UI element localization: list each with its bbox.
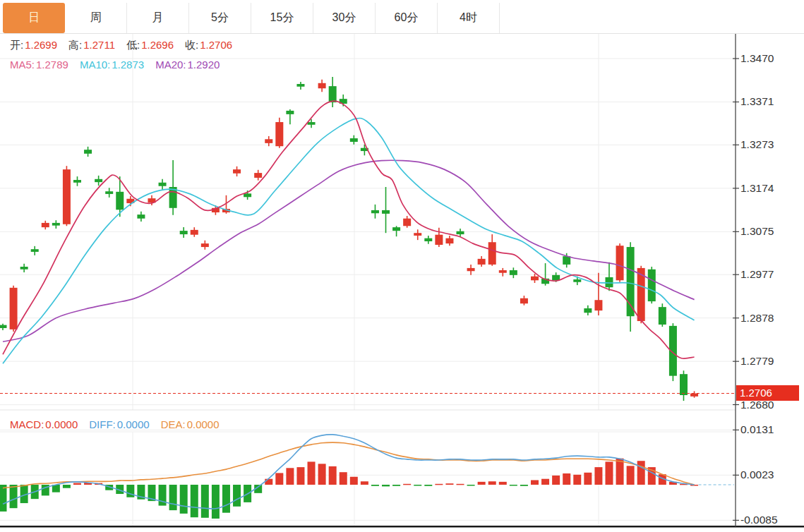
candle-body [63, 169, 71, 224]
candle-body [105, 191, 113, 194]
macd-histogram-bar [286, 468, 294, 485]
axis-tick-label: 1.2977 [740, 268, 774, 280]
candle-body [382, 210, 390, 214]
macd-histogram-bar [329, 466, 337, 485]
macd-histogram-bar [340, 472, 347, 485]
candle-body [73, 180, 81, 183]
candle-body [275, 122, 283, 146]
candle-body [605, 277, 613, 287]
macd-histogram-bar [371, 485, 379, 486]
candle-body [201, 243, 209, 247]
axis-tick-label: 1.3371 [740, 95, 774, 107]
axis-tick-label: 1.2878 [740, 312, 774, 324]
macd-histogram-bar [435, 484, 443, 485]
macd-histogram-bar [10, 485, 18, 508]
macd-histogram-bar [637, 461, 645, 485]
macd-histogram-bar [350, 477, 358, 485]
candle-body [510, 270, 517, 275]
macd-histogram-bar [222, 485, 230, 513]
candle-body [329, 86, 337, 102]
macd-histogram-bar [541, 479, 549, 485]
candle-body [52, 223, 60, 226]
timeframe-tab-2[interactable]: 周 [65, 3, 127, 33]
macd-histogram-bar [616, 459, 624, 485]
macd-histogram-bar [361, 481, 368, 485]
candle-body [10, 288, 18, 330]
candle-body [0, 325, 7, 328]
macd-histogram-bar [392, 485, 400, 486]
candle-body [392, 227, 400, 231]
candle-body [457, 231, 464, 234]
timeframe-tab-6[interactable]: 30分 [313, 3, 376, 33]
timeframe-tab-5[interactable]: 15分 [251, 3, 313, 33]
axis-tick-label: 1.3273 [740, 138, 774, 150]
timeframe-tab-1[interactable]: 日 [3, 3, 65, 33]
macd-histogram-bar [467, 485, 475, 486]
candle-body [116, 192, 124, 210]
macd-histogram-bar [510, 485, 517, 486]
macd-histogram-bar [0, 485, 7, 512]
candle-body [467, 268, 475, 271]
candle-body [520, 298, 528, 303]
macd-histogram-bar [499, 482, 507, 485]
macd-histogram-bar [445, 483, 453, 485]
macd-histogram-bar [457, 484, 464, 485]
candle-body [286, 111, 294, 114]
timeframe-tabbar: 日周月5分15分30分60分4时 [0, 0, 804, 34]
candle-body [254, 173, 262, 178]
axis-tick-label: 0.0023 [740, 468, 774, 480]
macd-histogram-bar [191, 485, 198, 517]
macd-histogram-bar [478, 482, 486, 485]
candle-body [531, 277, 539, 281]
candle-body [680, 374, 688, 395]
candle-body [435, 235, 443, 245]
macd-histogram-bar [584, 473, 592, 485]
macd-histogram-bar [573, 475, 581, 485]
diff-line [3, 435, 695, 509]
candle-body [414, 233, 421, 236]
macd-histogram-bar [594, 467, 602, 485]
macd-histogram-bar [424, 485, 432, 486]
timeframe-tab-3[interactable]: 月 [127, 3, 189, 33]
candle-body [488, 242, 496, 265]
macd-histogram-bar [563, 473, 570, 485]
macd-histogram-bar [318, 464, 326, 485]
axis-tick-label: 1.3075 [740, 225, 774, 237]
macd-histogram-bar [126, 485, 134, 497]
axis-tick-label: 1.3174 [740, 182, 774, 194]
macd-histogram-bar [265, 479, 272, 485]
candle-body [690, 394, 698, 397]
candle-body [499, 270, 507, 273]
macd-histogram-bar [605, 461, 613, 485]
candle-body [648, 270, 656, 301]
candle-body [424, 238, 432, 241]
trading-chart-app: 1.34701.33711.32731.31741.30751.29771.28… [0, 0, 804, 532]
macd-histogram-bar [308, 461, 316, 485]
candle-body [42, 223, 49, 227]
macd-histogram-bar [627, 466, 635, 485]
candle-body [296, 84, 304, 87]
candle-body [233, 169, 241, 174]
candle-body [350, 138, 358, 142]
macd-histogram-bar [233, 485, 241, 507]
macd-histogram-bar [63, 485, 71, 488]
timeframe-tab-4[interactable]: 5分 [189, 3, 251, 33]
ma10-line [3, 118, 695, 363]
macd-histogram-bar [73, 483, 81, 485]
axis-tick-label: 1.3470 [740, 52, 774, 64]
chart-canvas[interactable]: 1.34701.33711.32731.31741.30751.29771.28… [0, 0, 804, 532]
macd-histogram-bar [414, 485, 421, 486]
timeframe-tab-7[interactable]: 60分 [376, 3, 438, 33]
candle-body [616, 246, 624, 280]
candle-body [31, 249, 39, 252]
timeframe-tab-8[interactable]: 4时 [438, 3, 500, 33]
candle-body [84, 150, 92, 154]
axis-tick-label: -0.0085 [740, 514, 778, 526]
candle-body [265, 139, 272, 143]
last-price-badge: 1.2706 [736, 385, 799, 401]
candle-body [659, 307, 666, 325]
candle-body [318, 83, 326, 88]
macd-histogram-bar [212, 485, 220, 519]
macd-histogram-bar [552, 476, 560, 485]
macd-histogram-bar [488, 481, 496, 485]
